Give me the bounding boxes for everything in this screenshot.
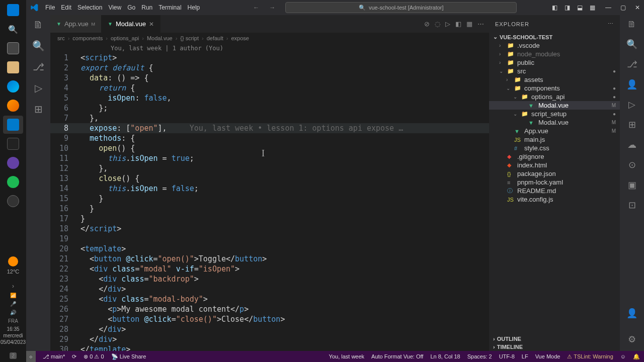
code-line[interactable]: 12 },	[50, 163, 489, 173]
menu-selection[interactable]: Selection	[74, 4, 105, 11]
menu-view[interactable]: View	[105, 4, 124, 11]
settings-gear-icon[interactable]: ⚙	[628, 334, 636, 345]
tree-item-options_api[interactable]: ⌄📁options_api●	[489, 93, 620, 101]
branch-indicator[interactable]: ⎇ main*	[43, 353, 65, 360]
command-center[interactable]: 🔍 vue-school-test [Administrator]	[285, 2, 517, 13]
code-content[interactable]: <div class="backdrop">	[80, 274, 489, 284]
breadcrumb-item[interactable]: default	[207, 35, 223, 41]
code-line[interactable]: 6 };	[50, 103, 489, 113]
code-content[interactable]: methods: {	[80, 133, 489, 143]
clock-widget[interactable]: 16:35 mercredi 05/04/2023	[1, 324, 26, 349]
code-line[interactable]: 30</template>	[50, 344, 489, 351]
remote-indicator[interactable]: ⟐	[26, 351, 36, 362]
terminal-taskbar-icon[interactable]	[3, 135, 23, 153]
code-content[interactable]: }	[80, 194, 489, 204]
app-icon-2[interactable]	[3, 192, 23, 210]
feedback-icon[interactable]: ☺	[620, 353, 626, 360]
outline-section[interactable]: › OUTLINE	[489, 335, 620, 343]
menu-edit[interactable]: Edit	[58, 4, 74, 11]
rr-icon-5[interactable]: ▷	[628, 99, 635, 110]
close-tab-icon[interactable]: ✕	[149, 21, 154, 28]
tab-modal-vue[interactable]: ▼Modal.vue✕	[102, 15, 160, 33]
code-content[interactable]: <button @click="close()">Close</button>	[80, 314, 489, 324]
code-line[interactable]: 22 <div class="modal" v-if="isOpen">	[50, 264, 489, 274]
code-line[interactable]: 5 isOpen: false,	[50, 93, 489, 103]
menu-file[interactable]: File	[42, 4, 58, 11]
language-mode[interactable]: Vue Mode	[535, 353, 560, 360]
tree-item-readme-md[interactable]: ⓘREADME.md	[489, 187, 620, 195]
encoding-indicator[interactable]: UTF-8	[499, 353, 515, 360]
tree-item-src[interactable]: ⌄📁src●	[489, 67, 620, 75]
spaces-indicator[interactable]: Spaces: 2	[467, 353, 492, 360]
tree-item-script_setup[interactable]: ⌄📁script_setup●	[489, 110, 620, 118]
tab-action-icon-1[interactable]: ⊘	[424, 20, 430, 28]
layout-icon-1[interactable]: ◧	[552, 4, 557, 11]
problems-indicator[interactable]: ⊗ 0 ⚠ 0	[84, 353, 104, 360]
tree-item-assets[interactable]: ›📁assets	[489, 75, 620, 84]
layout-icon-2[interactable]: ◨	[565, 4, 570, 11]
nav-forward-icon[interactable]: →	[269, 4, 275, 11]
layout-icon-4[interactable]: ▦	[590, 4, 595, 11]
code-line[interactable]: 13 close() {	[50, 173, 489, 184]
code-content[interactable]: <template>	[80, 244, 489, 254]
tree-item-pnpm-lock-yaml[interactable]: ≡pnpm-lock.yaml	[489, 178, 620, 187]
code-line[interactable]: 1<script>	[50, 53, 489, 63]
code-line[interactable]: 18</script>	[50, 224, 489, 234]
liveshare-button[interactable]: 📡 Live Share	[111, 353, 146, 360]
breadcrumb-item[interactable]: src	[57, 35, 65, 41]
explorer-taskbar-icon[interactable]	[3, 58, 23, 76]
code-line[interactable]: 23 <div class="backdrop">	[50, 274, 489, 284]
menu-help[interactable]: Help	[185, 4, 203, 11]
timeline-section[interactable]: › TIMELINE	[489, 343, 620, 351]
tray-mic-icon[interactable]: 🎤	[10, 301, 16, 307]
nav-back-icon[interactable]: ←	[253, 4, 259, 11]
code-editor[interactable]: I 1<script>2export default {3 data: () =…	[50, 53, 489, 351]
menu-go[interactable]: Go	[124, 4, 138, 11]
notification-badge[interactable]: 2	[10, 352, 17, 359]
code-line[interactable]: 14 this.isOpen = false;	[50, 184, 489, 194]
tray-wifi-icon[interactable]: 📶	[10, 293, 16, 298]
code-line[interactable]: 2export default {	[50, 63, 489, 73]
sync-icon[interactable]: ⟳	[72, 353, 76, 360]
breadcrumb-item[interactable]: expose	[231, 35, 249, 41]
search-taskbar-icon[interactable]: 🔍	[3, 20, 23, 38]
code-content[interactable]: </div>	[80, 334, 489, 344]
code-line[interactable]: 11 this.isOpen = true;	[50, 153, 489, 163]
extensions-activity-icon[interactable]: ⊞	[34, 103, 43, 115]
firefox-icon[interactable]	[3, 97, 23, 115]
tab-action-icon-3[interactable]: ▷	[445, 20, 450, 28]
tree-item-index-html[interactable]: ◆index.html	[489, 161, 620, 169]
breadcrumb-item[interactable]: {} script	[180, 35, 199, 41]
rr-icon-1[interactable]: 🗎	[627, 19, 636, 30]
code-content[interactable]: </script>	[80, 224, 489, 234]
layout-icon-3[interactable]: ⬓	[577, 4, 583, 11]
tree-item-node_modules[interactable]: ›📁node_modules	[489, 50, 620, 58]
rr-icon-2[interactable]: 🔍	[626, 39, 637, 50]
code-line[interactable]: 20<template>	[50, 244, 489, 254]
explorer-more-icon[interactable]: ⋯	[608, 21, 614, 27]
code-content[interactable]: export default {	[80, 63, 489, 73]
tree-item-components[interactable]: ⌄📁components●	[489, 84, 620, 93]
tab-action-icon-5[interactable]: ▦	[466, 20, 472, 28]
taskview-icon[interactable]	[3, 39, 23, 57]
rr-icon-6[interactable]: ⊞	[628, 119, 636, 130]
code-line[interactable]: 16 }	[50, 204, 489, 214]
tree-item--vscode[interactable]: ›📁.vscode	[489, 41, 620, 50]
rr-icon-8[interactable]: ⊙	[628, 159, 636, 170]
code-line[interactable]: 28 </div>	[50, 324, 489, 334]
start-button[interactable]	[3, 1, 23, 19]
code-line[interactable]: 9 methods: {	[50, 133, 489, 143]
code-line[interactable]: 17}	[50, 214, 489, 224]
tree-item-modal-vue[interactable]: ▼Modal.vueM	[489, 101, 620, 110]
maximize-icon[interactable]: ▢	[620, 4, 626, 11]
explorer-root[interactable]: ⌄ VUE-SCHOOL-TEST	[489, 33, 620, 41]
code-content[interactable]: }	[80, 204, 489, 214]
tree-item-public[interactable]: ›📁public	[489, 58, 620, 67]
tree-item-style-css[interactable]: #style.css	[489, 144, 620, 152]
autoformat-status[interactable]: Auto Format Vue: Off	[371, 353, 423, 360]
code-content[interactable]: <p>My awesome modal content</p>	[80, 304, 489, 314]
search-activity-icon[interactable]: 🔍	[32, 40, 45, 52]
code-content[interactable]: this.isOpen = false;	[80, 184, 489, 194]
code-content[interactable]	[80, 234, 489, 244]
code-line[interactable]: 29 </div>	[50, 334, 489, 344]
